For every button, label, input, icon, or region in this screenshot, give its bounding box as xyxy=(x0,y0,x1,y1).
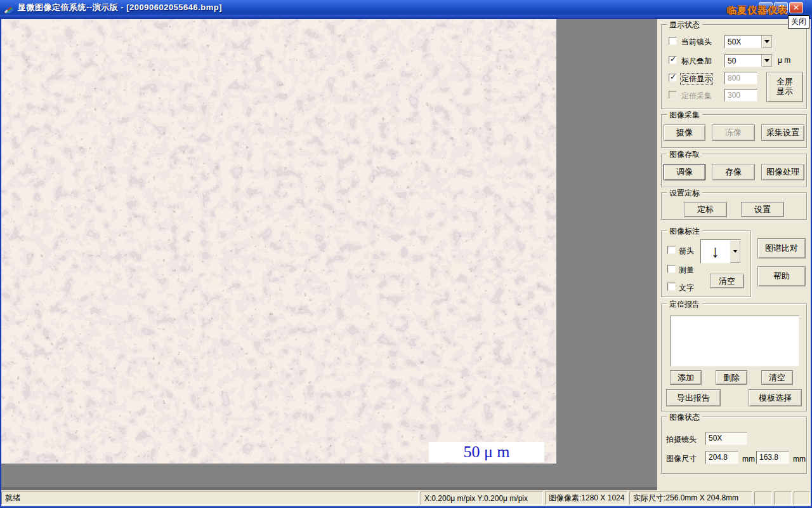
checkbox-text[interactable] xyxy=(667,283,676,291)
checkbox-fixed-capture xyxy=(669,91,677,99)
status-empty-2 xyxy=(774,491,792,505)
group-image-capture-title: 图像采集 xyxy=(667,110,702,121)
scale-bar-label: 50 μ m xyxy=(429,442,544,462)
label-shooting-lens: 拍摄镜头 xyxy=(666,434,697,445)
checkbox-fixed-display[interactable] xyxy=(669,74,677,82)
capture-settings-button[interactable]: 采集设置 xyxy=(761,124,804,141)
label-ruler-unit: μ m xyxy=(778,56,790,65)
label-ruler-overlay: 标尺叠加 xyxy=(681,56,712,67)
annotation-clear-button[interactable]: 清空 xyxy=(710,274,744,288)
atlas-compare-button[interactable]: 图谱比对 xyxy=(757,238,806,258)
dropdown-arrow-icon xyxy=(764,40,769,43)
label-height-unit: mm xyxy=(793,455,806,464)
calibrate-button[interactable]: 定标 xyxy=(684,202,727,217)
combo-ruler-dropdown[interactable] xyxy=(761,55,772,67)
arrow-style-dropdown[interactable] xyxy=(730,240,740,263)
field-image-width: 204.8 xyxy=(705,451,738,464)
load-image-button[interactable]: 调像 xyxy=(664,164,705,180)
control-panel: 显示状态 当前镜头 50X 标尺叠加 50 μ m 定倍显示 800 定倍采集 … xyxy=(657,19,811,490)
close-icon: ✕ xyxy=(793,4,799,11)
label-fixed-display: 定倍显示 xyxy=(680,73,713,85)
combo-current-lens-dropdown[interactable] xyxy=(761,36,772,48)
field-shooting-lens: 50X xyxy=(705,432,747,445)
group-image-storage-title: 图像存取 xyxy=(667,149,702,160)
checkbox-measure[interactable] xyxy=(667,265,676,273)
export-report-button[interactable]: 导出报告 xyxy=(666,389,721,406)
capture-button[interactable]: 摄像 xyxy=(664,124,705,141)
report-delete-button[interactable]: 删除 xyxy=(716,370,747,385)
app-icon xyxy=(3,3,14,13)
group-display-status-title: 显示状态 xyxy=(667,20,702,30)
status-bar: 就绪 X:0.200μ m/pix Y:0.200μ m/pix 图像像素:12… xyxy=(1,490,811,506)
field-fixed-display: 800 xyxy=(724,72,757,84)
label-current-lens: 当前镜头 xyxy=(681,37,712,48)
close-tooltip: 关闭 xyxy=(788,15,809,29)
label-image-size: 图像尺寸 xyxy=(666,453,697,464)
field-image-height: 163.8 xyxy=(756,451,789,464)
status-pixel-scale: X:0.200μ m/pix Y:0.200μ m/pix xyxy=(421,491,543,505)
help-button[interactable]: 帮助 xyxy=(757,266,806,286)
group-image-status-title: 图像状态 xyxy=(667,412,702,423)
report-list[interactable] xyxy=(670,316,799,366)
group-report-title: 定倍报告 xyxy=(667,299,702,310)
checkbox-current-lens[interactable] xyxy=(669,37,677,45)
checkbox-ruler-overlay[interactable] xyxy=(669,56,677,64)
dropdown-arrow-icon xyxy=(733,250,737,253)
save-image-button[interactable]: 存像 xyxy=(712,164,755,180)
calibration-set-button[interactable]: 设置 xyxy=(741,202,784,217)
group-calibration: 设置定标 xyxy=(661,192,807,220)
label-arrow: 箭头 xyxy=(679,246,694,257)
dropdown-arrow-icon xyxy=(764,59,769,62)
image-process-button[interactable]: 图像处理 xyxy=(761,164,804,180)
label-text: 文字 xyxy=(679,283,694,293)
group-annotation-title: 图像标注 xyxy=(667,226,702,237)
status-empty-1 xyxy=(754,491,772,505)
group-image-status: 图像状态 xyxy=(661,417,807,474)
micrograph-image[interactable]: 50 μ m xyxy=(1,19,556,464)
template-select-button[interactable]: 模板选择 xyxy=(749,389,802,406)
freeze-button: 冻像 xyxy=(712,124,755,141)
field-fixed-capture: 300 xyxy=(724,89,757,102)
label-measure: 测量 xyxy=(679,265,694,276)
fullscreen-display-button[interactable]: 全屏显示 xyxy=(766,72,803,102)
label-fixed-capture: 定倍采集 xyxy=(681,91,712,102)
brand-overlay-text: 临夏仪器仪表 xyxy=(727,4,788,17)
title-bar: 显微图像定倍系统--演示版 - [20090602055646.bmp] xyxy=(0,0,812,15)
report-add-button[interactable]: 添加 xyxy=(670,370,702,385)
report-clear-button[interactable]: 清空 xyxy=(761,370,793,385)
label-width-unit: mm xyxy=(742,455,755,464)
micrograph-texture xyxy=(1,19,556,464)
close-button[interactable]: ✕ xyxy=(789,2,803,13)
group-calibration-title: 设置定标 xyxy=(667,188,702,199)
status-actual-size: 实际尺寸:256.0mm X 204.8mm xyxy=(629,491,752,505)
status-ready: 就绪 xyxy=(1,491,419,505)
combo-current-lens[interactable]: 50X xyxy=(724,35,773,48)
mdi-client-area: 50 μ m xyxy=(1,19,657,490)
combo-ruler-value[interactable]: 50 xyxy=(724,54,773,67)
arrow-style-combo[interactable]: ↓ xyxy=(700,239,741,264)
status-empty-3 xyxy=(794,491,810,505)
checkbox-arrow[interactable] xyxy=(667,246,676,254)
window-title: 显微图像定倍系统--演示版 - [20090602055646.bmp] xyxy=(18,2,222,13)
arrow-down-icon: ↓ xyxy=(701,240,730,263)
status-image-pixels: 图像像素:1280 X 1024 xyxy=(545,491,627,505)
